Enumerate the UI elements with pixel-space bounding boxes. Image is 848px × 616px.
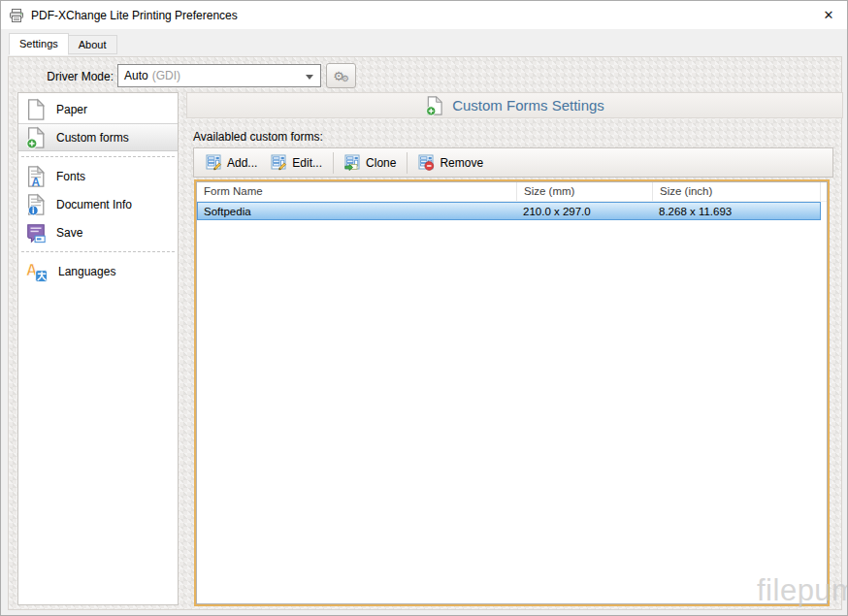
sidebar-item-fonts[interactable]: A Fonts — [18, 162, 178, 190]
svg-text:A: A — [31, 176, 40, 188]
clone-button-label: Clone — [366, 156, 396, 170]
form-clone-icon — [344, 154, 361, 171]
custom-forms-icon — [25, 126, 47, 149]
sidebar-item-label: Save — [56, 226, 82, 240]
add-button[interactable]: Add... — [199, 151, 264, 174]
cell-form-name: Softpedia — [198, 206, 517, 217]
column-header-size-inch[interactable]: Size (inch) — [653, 182, 821, 201]
titlebar: PDF-XChange Lite Printing Preferences ✕ — [1, 1, 847, 29]
sidebar: Paper Custom forms — [17, 92, 179, 605]
driver-mode-select[interactable]: Auto (GDI) — [117, 64, 321, 87]
cell-size-mm: 210.0 x 297.0 — [517, 206, 653, 217]
forms-table: Form Name Size (mm) Size (inch) Softpedi… — [196, 181, 828, 604]
settings-panel: Driver Mode: Auto (GDI) ⚙ ⚙ Paper — [8, 56, 842, 610]
forms-toolbar: Add... Edit... — [193, 147, 833, 178]
toolbar-divider — [333, 152, 334, 174]
toolbar-divider — [407, 152, 408, 174]
column-header-form-name[interactable]: Form Name — [197, 182, 517, 201]
form-edit-icon — [271, 154, 287, 171]
table-header-row: Form Name Size (mm) Size (inch) — [197, 182, 827, 202]
sidebar-item-label: Paper — [56, 103, 87, 116]
window-title: PDF-XChange Lite Printing Preferences — [31, 9, 238, 22]
sidebar-separator — [21, 251, 175, 252]
sidebar-item-custom-forms[interactable]: Custom forms — [18, 123, 178, 151]
table-row-softpedia[interactable]: Softpedia 210.0 x 297.0 8.268 x 11.693 — [197, 202, 821, 220]
fonts-icon: A — [25, 165, 47, 188]
available-forms-label: Availabled custom forms: — [193, 130, 323, 144]
sidebar-item-save[interactable]: Save — [18, 218, 178, 246]
cell-size-inch: 8.268 x 11.693 — [653, 206, 816, 217]
printing-preferences-dialog: PDF-XChange Lite Printing Preferences ✕ … — [0, 0, 848, 616]
edit-button[interactable]: Edit... — [264, 151, 329, 174]
add-button-label: Add... — [227, 156, 257, 170]
save-icon — [25, 221, 47, 244]
gears-icon-small: ⚙ — [342, 74, 349, 83]
driver-mode-label: Driver Mode: — [9, 70, 114, 83]
languages-icon: A — [25, 260, 49, 283]
clone-button[interactable]: Clone — [338, 151, 403, 174]
custom-forms-settings-icon — [425, 95, 444, 116]
remove-button-label: Remove — [440, 156, 483, 170]
edit-button-label: Edit... — [292, 156, 322, 170]
driver-mode-suffix: (GDI) — [152, 69, 180, 82]
close-button[interactable]: ✕ — [816, 5, 841, 25]
driver-mode-value: Auto — [124, 69, 148, 82]
tab-about[interactable]: About — [69, 35, 117, 54]
sidebar-separator — [21, 156, 175, 157]
driver-options-button[interactable]: ⚙ ⚙ — [326, 63, 356, 88]
sidebar-item-document-info[interactable]: Document Info — [18, 190, 178, 218]
custom-forms-header: Custom Forms Settings — [186, 92, 843, 118]
remove-button[interactable]: Remove — [411, 151, 490, 174]
panel-title: Custom Forms Settings — [452, 97, 604, 113]
printer-icon — [9, 8, 24, 23]
document-info-icon — [25, 193, 47, 216]
paper-icon — [25, 98, 47, 121]
form-add-icon — [206, 154, 222, 171]
form-remove-icon — [418, 154, 435, 171]
sidebar-item-label: Document Info — [56, 198, 132, 211]
sidebar-item-label: Languages — [58, 265, 115, 278]
sidebar-item-label: Custom forms — [56, 131, 129, 145]
sidebar-item-languages[interactable]: A Languages — [18, 257, 178, 285]
sidebar-item-paper[interactable]: Paper — [18, 95, 178, 123]
tabstrip: Settings About — [9, 29, 847, 54]
sidebar-item-label: Fonts — [56, 170, 85, 183]
chevron-down-icon — [306, 75, 313, 80]
column-header-size-mm[interactable]: Size (mm) — [517, 182, 653, 201]
tab-settings[interactable]: Settings — [9, 33, 69, 55]
